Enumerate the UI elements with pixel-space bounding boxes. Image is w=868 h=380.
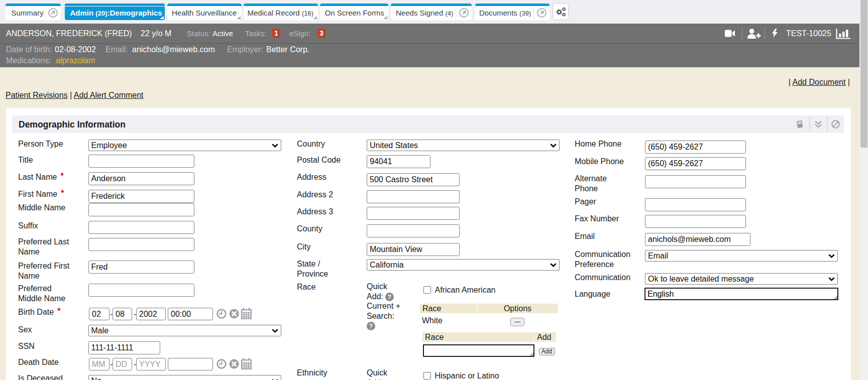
svg-text:?: ?	[388, 294, 391, 301]
svg-text:?: ?	[369, 323, 373, 330]
